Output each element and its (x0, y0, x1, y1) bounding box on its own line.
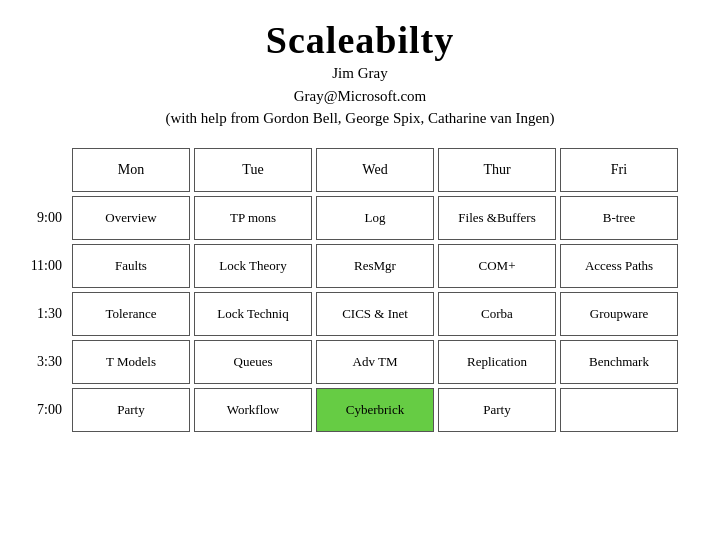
session-4-3: Party (438, 388, 556, 432)
session-3-3: Replication (438, 340, 556, 384)
session-0-0: Overview (72, 196, 190, 240)
session-0-4: B-tree (560, 196, 678, 240)
grid-container: Mon Tue Wed Thur Fri 9:00 Overview TP mo… (20, 148, 700, 432)
schedule-grid: Mon Tue Wed Thur Fri 9:00 Overview TP mo… (20, 148, 700, 432)
session-3-1: Queues (194, 340, 312, 384)
session-2-3: Corba (438, 292, 556, 336)
session-4-0: Party (72, 388, 190, 432)
session-4-1: Workflow (194, 388, 312, 432)
page-title: Scaleabilty (165, 18, 554, 62)
time-4: 7:00 (20, 388, 68, 432)
session-3-2: Adv TM (316, 340, 434, 384)
session-4-4 (560, 388, 678, 432)
session-1-0: Faults (72, 244, 190, 288)
page-header: Scaleabilty Jim Gray Gray@Microsoft.com … (165, 0, 554, 130)
time-3: 3:30 (20, 340, 68, 384)
session-3-0: T Models (72, 340, 190, 384)
subtitle: (with help from Gordon Bell, George Spix… (165, 107, 554, 130)
session-4-2: Cyberbrick (316, 388, 434, 432)
session-0-2: Log (316, 196, 434, 240)
author-name: Jim Gray (165, 62, 554, 85)
session-1-4: Access Paths (560, 244, 678, 288)
corner-cell (20, 148, 68, 192)
day-header-fri: Fri (560, 148, 678, 192)
day-header-tue: Tue (194, 148, 312, 192)
session-2-4: Groupware (560, 292, 678, 336)
day-header-thur: Thur (438, 148, 556, 192)
session-1-2: ResMgr (316, 244, 434, 288)
time-2: 1:30 (20, 292, 68, 336)
session-1-3: COM+ (438, 244, 556, 288)
session-3-4: Benchmark (560, 340, 678, 384)
time-1: 11:00 (20, 244, 68, 288)
author-email: Gray@Microsoft.com (165, 85, 554, 108)
day-header-wed: Wed (316, 148, 434, 192)
session-2-2: CICS & Inet (316, 292, 434, 336)
session-0-3: Files &Buffers (438, 196, 556, 240)
day-header-mon: Mon (72, 148, 190, 192)
time-0: 9:00 (20, 196, 68, 240)
session-2-0: Tolerance (72, 292, 190, 336)
session-0-1: TP mons (194, 196, 312, 240)
session-1-1: Lock Theory (194, 244, 312, 288)
session-2-1: Lock Techniq (194, 292, 312, 336)
